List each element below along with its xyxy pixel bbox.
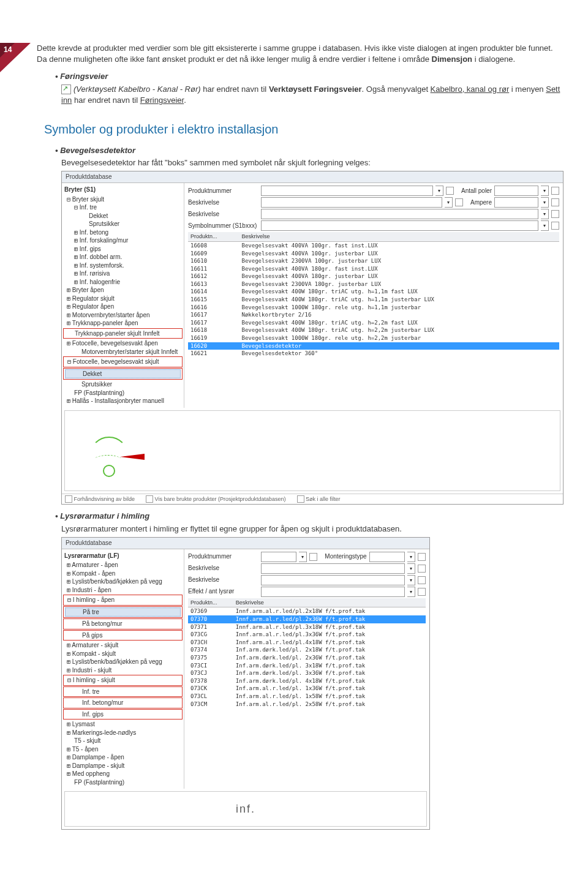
- filter-checkbox[interactable]: [418, 588, 426, 596]
- table-row[interactable]: 16618Bevegelsesvakt 400W 180gr. triAC ut…: [188, 326, 559, 334]
- filter-checkbox[interactable]: [446, 187, 454, 195]
- table-row[interactable]: 07374Inf.arm.dørk.led/pl. 2x18W f/t.prof…: [188, 646, 426, 654]
- tree-node[interactable]: ⊞ Kompakt - åpen: [64, 569, 181, 578]
- tree-node[interactable]: ⊞ Bryter åpen: [64, 286, 181, 295]
- checkbox-search-all[interactable]: [297, 495, 304, 503]
- table-row[interactable]: 16619Bevegelsesvakt 1000W 180gr. rele ut…: [188, 334, 559, 342]
- dropdown-icon[interactable]: ▾: [445, 197, 453, 208]
- tree-node[interactable]: FP (Fastplantning): [64, 389, 181, 397]
- table-row[interactable]: 16617Nøkkelkortbryter 2/16: [188, 311, 559, 319]
- tree-node[interactable]: På gips: [65, 631, 181, 640]
- filter-input[interactable]: [261, 209, 538, 219]
- filter-checkbox[interactable]: [418, 553, 426, 561]
- filter-input[interactable]: [261, 197, 442, 208]
- tree-node[interactable]: Sprutsikker: [64, 380, 181, 389]
- table-row[interactable]: 16611Bevegelsesvakt 400VA 180gr. fast in…: [188, 265, 559, 273]
- filter-input[interactable]: [261, 587, 405, 597]
- tree-node[interactable]: ⊞ Damplampe - åpen: [64, 753, 181, 762]
- product-table[interactable]: Produktn...Beskrivelse 16608Bevegelsesva…: [188, 232, 559, 358]
- checkbox-used-only[interactable]: [146, 495, 153, 503]
- tree-node[interactable]: På betong/mur: [65, 620, 181, 628]
- table-row[interactable]: 07378Inf.arm.dørk.led/pl. 4x18W f/t.prof…: [188, 677, 426, 685]
- tree-node[interactable]: ⊞ Regulator skjult: [64, 295, 181, 303]
- filter-checkbox[interactable]: [551, 187, 559, 195]
- filter-checkbox[interactable]: [418, 576, 426, 584]
- category-tree[interactable]: Lysrørarmatur (LF) ⊞ Armaturer - åpen⊞ K…: [62, 549, 184, 789]
- tree-node[interactable]: Motorvernbryter/starter skjult Innfelt: [64, 348, 181, 356]
- table-row[interactable]: 16620Bevegelsesdetektor: [188, 342, 559, 350]
- dropdown-icon[interactable]: ▾: [541, 186, 549, 196]
- tree-node[interactable]: ⊞ Inf. forskaling/mur: [64, 236, 181, 245]
- table-row[interactable]: 16621Bevegelsesdetektor 360°: [188, 350, 559, 358]
- tree-node[interactable]: ⊞ Armaturer - åpen: [64, 561, 181, 569]
- tree-node[interactable]: ⊞ Motorvernbryter/starter åpen: [64, 311, 181, 320]
- tree-node[interactable]: ⊞ Industri - åpen: [64, 586, 181, 595]
- tree-node[interactable]: ⊟ I himling - skjult: [65, 676, 181, 685]
- tree-node[interactable]: Dekket: [64, 212, 181, 220]
- tree-node[interactable]: ⊞ Inf. gips: [64, 245, 181, 254]
- filter-checkbox[interactable]: [551, 222, 559, 230]
- tree-node[interactable]: ⊞ T5 - åpen: [64, 745, 181, 754]
- tree-node[interactable]: ⊞ Markerings-lede-nødlys: [64, 729, 181, 737]
- dropdown-icon[interactable]: ▾: [541, 220, 549, 231]
- dropdown-icon[interactable]: ▾: [407, 587, 415, 597]
- tree-node[interactable]: ⊞ Lysmast: [64, 720, 181, 729]
- table-row[interactable]: 073CGInnf.arm.al.r.led/pl.3x36W f/t.prof…: [188, 631, 426, 639]
- table-row[interactable]: 073CMInf.arm.al.r.led/pl. 2x58W f/t.prof…: [188, 701, 426, 708]
- category-tree[interactable]: Bryter (S1) ⊟ Bryter skjult⊟ Inf. tre De…: [62, 183, 184, 408]
- table-row[interactable]: 07369Innf.arm.al.r.led/pl.2x18W f/t.prof…: [188, 607, 426, 615]
- tree-node[interactable]: ⊞ Kompakt - skjult: [64, 650, 181, 658]
- tree-node[interactable]: Sprutsikker: [64, 220, 181, 228]
- tree-node[interactable]: ⊞ Inf. halogenfrie: [64, 278, 181, 287]
- table-row[interactable]: 073CIInf.arm.dørk.led/pl. 3x18W f/t.prof…: [188, 662, 426, 670]
- tree-node[interactable]: ⊞ Fotocelle, bevegelsesvakt åpen: [64, 339, 181, 348]
- tree-node[interactable]: ⊞ Inf. systemforsk.: [64, 261, 181, 270]
- tree-node[interactable]: Inf. tre: [65, 688, 181, 696]
- table-row[interactable]: 16616Bevegelsesvakt 1000W 180gr. rele ut…: [188, 304, 559, 312]
- table-row[interactable]: 073CJInf.arm.dørk.led/pl. 3x36W f/t.prof…: [188, 669, 426, 677]
- dropdown-icon[interactable]: ▾: [407, 575, 415, 585]
- filter-checkbox[interactable]: [455, 198, 463, 206]
- tree-node[interactable]: ⊞ Trykknapp-paneler åpen: [64, 319, 181, 328]
- tree-node[interactable]: ⊞ Damplampe - skjult: [64, 762, 181, 770]
- table-row[interactable]: 07370Innf.arm.al.r.led/pl.2x36W f/t.prof…: [188, 615, 426, 623]
- dropdown-icon[interactable]: ▾: [541, 197, 549, 208]
- tree-node[interactable]: ⊞ Lyslist/benk/bad/kjøkken på vegg: [64, 577, 181, 586]
- table-row[interactable]: 16615Bevegelsesvakt 400W 180gr. triAC ut…: [188, 296, 559, 304]
- filter-checkbox[interactable]: [551, 210, 559, 218]
- dropdown-icon[interactable]: ▾: [541, 209, 549, 219]
- tree-node[interactable]: ⊟ Fotocelle, bevegelsesvakt skjult: [65, 358, 181, 366]
- tree-node[interactable]: ⊞ Inf. betong: [64, 228, 181, 237]
- checkbox-preview[interactable]: [65, 495, 72, 503]
- filter-input[interactable]: [261, 186, 433, 196]
- filter-input[interactable]: [261, 552, 296, 562]
- filter-checkbox[interactable]: [551, 198, 559, 206]
- dropdown-icon[interactable]: ▾: [407, 563, 415, 574]
- dropdown-icon[interactable]: ▾: [407, 552, 415, 562]
- table-row[interactable]: 16617Bevegelsesvakt 400W 180gr. triAC ut…: [188, 319, 559, 327]
- tree-node[interactable]: ⊞ Inf. dobbel arm.: [64, 253, 181, 261]
- tree-node[interactable]: Dekket: [65, 369, 181, 379]
- table-row[interactable]: 16614Bevegelsesvakt 400W 180gr. triAC ut…: [188, 288, 559, 296]
- filter-input[interactable]: [494, 197, 538, 208]
- tree-node[interactable]: ⊞ Hallås - Installasjonbryter manuell: [64, 397, 181, 405]
- table-row[interactable]: 16608Bevegelsesvakt 400VA 100gr. fast in…: [188, 241, 559, 249]
- filter-checkbox[interactable]: [418, 565, 426, 573]
- table-row[interactable]: 073CHInnf.arm.al.r.led/pl.4x18W f/t.prof…: [188, 639, 426, 647]
- tree-node[interactable]: ⊞ Armaturer - skjult: [64, 641, 181, 650]
- tree-node[interactable]: FP (Fastplantning): [64, 778, 181, 787]
- tree-node[interactable]: ⊞ Lyslist/benk/bad/kjøkken på vegg: [64, 658, 181, 666]
- filter-input[interactable]: [261, 220, 538, 231]
- tree-node[interactable]: ⊟ I himling - åpen: [65, 596, 181, 604]
- filter-input[interactable]: [261, 575, 405, 585]
- table-row[interactable]: 07371Innf.arm.al.r.led/pl.3x18W f/t.prof…: [188, 623, 426, 631]
- filter-input[interactable]: [261, 563, 405, 574]
- tree-node[interactable]: Trykknapp-paneler skjult Innfelt: [65, 329, 181, 338]
- tree-node[interactable]: ⊟ Inf. tre: [64, 203, 181, 212]
- dropdown-icon[interactable]: ▾: [299, 552, 307, 562]
- tree-node[interactable]: På tre: [65, 607, 181, 617]
- table-row[interactable]: 073CLInf.arm.al.r.led/pl. 1x58W f/t.prof…: [188, 693, 426, 701]
- table-row[interactable]: 16613Bevegelsesvakt 2300VA 180gr. juster…: [188, 280, 559, 288]
- product-table[interactable]: Produktn...Beskrivelse 07369Innf.arm.al.…: [188, 598, 426, 708]
- tree-node[interactable]: ⊟ Bryter skjult: [64, 195, 181, 204]
